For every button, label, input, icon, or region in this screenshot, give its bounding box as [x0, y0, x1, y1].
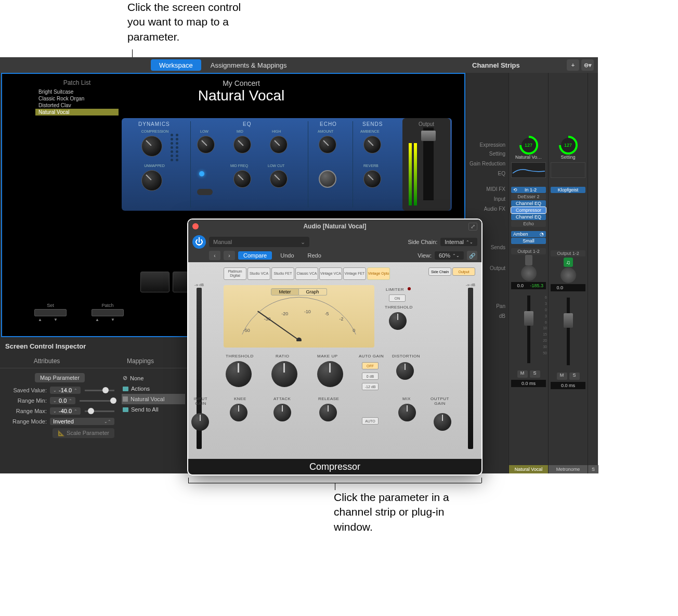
model-tab-active[interactable]: Vintage Opto [367, 267, 390, 280]
next-button[interactable]: › [224, 251, 235, 260]
mapping-actions[interactable]: Actions [122, 383, 185, 394]
fader-thumb[interactable] [564, 313, 573, 328]
mix-knob[interactable] [398, 404, 416, 421]
knob-unmapped[interactable] [141, 170, 162, 191]
range-mode-select[interactable]: Inverted⌄⌃ [50, 418, 114, 425]
patch-button[interactable] [92, 309, 124, 316]
power-button[interactable]: ⏻ [192, 235, 206, 249]
range-max-slider[interactable] [85, 410, 114, 412]
mute-button[interactable]: M [517, 370, 528, 378]
autogain-off-button[interactable]: OFF [362, 362, 379, 369]
map-parameter-button[interactable]: Map Parameter [35, 373, 85, 382]
tab-assignments[interactable]: Assignments & Mappings [202, 59, 295, 71]
pan-knob[interactable] [560, 267, 576, 283]
output-fader-thumb[interactable] [421, 131, 436, 141]
range-max-stepper[interactable]: ⌄-40.0⌃ [50, 407, 81, 415]
prev-button[interactable]: ‹ [209, 251, 220, 260]
model-tab[interactable]: Vintage FET [343, 267, 366, 280]
add-strip-button[interactable]: + [567, 59, 579, 71]
knob-lowcut[interactable] [270, 170, 288, 188]
attack-knob[interactable] [273, 404, 291, 421]
strip-footer[interactable]: Natural Vocal [509, 465, 548, 473]
model-tab[interactable]: Studio VCA [247, 267, 270, 280]
patch-item[interactable]: Bright Suitcase [35, 88, 119, 95]
meter-tab[interactable]: Meter [271, 288, 298, 296]
send-slot[interactable]: Amben◔ [511, 231, 546, 237]
set-arrows-icon[interactable]: ▲ ▼ [38, 317, 63, 322]
knob-high[interactable] [270, 136, 288, 153]
knob-amount[interactable] [319, 136, 336, 153]
output-slot[interactable]: Output 1-2 [511, 248, 546, 254]
solo-button[interactable]: S [530, 370, 540, 378]
transport-button[interactable] [140, 272, 170, 292]
saved-value-slider[interactable] [85, 390, 114, 391]
fx-slot[interactable]: Echo [511, 221, 546, 227]
output-slot[interactable]: Output 1-2 [551, 250, 585, 256]
knob-mid[interactable] [233, 136, 251, 153]
sidechain-select[interactable]: Internal⌃⌄ [440, 238, 477, 246]
solo-button[interactable]: S [569, 373, 580, 380]
fader-thumb[interactable] [524, 311, 533, 326]
patch-item[interactable]: Distorted Clav [35, 102, 119, 109]
range-min-stepper[interactable]: ⌄0.0⌃ [50, 397, 75, 404]
limiter-on-button[interactable]: ON [389, 294, 406, 302]
fx-slot[interactable]: DeEsser 2 [511, 194, 546, 200]
knee-knob[interactable] [230, 404, 247, 421]
input-slot[interactable]: ⟲ In 1-2 [511, 187, 546, 193]
threshold-knob[interactable] [226, 361, 252, 387]
redo-button[interactable]: Redo [303, 251, 327, 260]
undo-button[interactable]: Undo [275, 251, 299, 260]
mute-button[interactable]: M [557, 373, 567, 380]
release-knob[interactable] [319, 404, 337, 421]
send-slot[interactable]: Small [511, 238, 546, 244]
auto-release-button[interactable]: AUTO [362, 417, 379, 425]
output-gain-knob[interactable] [434, 413, 451, 431]
scale-parameter-button[interactable]: 📐 Scale Parameter [53, 428, 114, 438]
mapping-send-to-all[interactable]: Send to All [122, 404, 185, 415]
model-tab[interactable]: Vintage VCA [319, 267, 342, 280]
expand-icon[interactable]: ⤢ [468, 223, 477, 230]
tab-workspace[interactable]: Workspace [151, 59, 201, 71]
view-select[interactable]: 60%⌃⌄ [435, 251, 464, 260]
plugin-titlebar[interactable]: Audio [Natural Vocal] ⤢ [188, 220, 481, 233]
distortion-knob[interactable] [396, 362, 414, 380]
fx-slot-selected[interactable]: Compressor [511, 207, 546, 213]
autogain-12db-button[interactable]: -12 dB [362, 383, 379, 390]
io-tab-output[interactable]: Output [452, 267, 475, 276]
fader-track[interactable] [527, 296, 530, 363]
io-tab-sidechain[interactable]: Side Chain [428, 267, 451, 276]
strip-footer[interactable]: Metronome [549, 465, 588, 473]
ratio-knob[interactable] [271, 361, 297, 387]
model-tab[interactable]: Studio FET [271, 267, 294, 280]
patch-arrows-icon[interactable]: ▲ ▼ [95, 317, 120, 322]
mapping-none[interactable]: ⊘None [122, 373, 185, 383]
pan-knob[interactable] [521, 265, 537, 281]
knob-midfreq[interactable] [233, 170, 251, 188]
eq-thumbnail[interactable] [551, 162, 585, 178]
compare-button[interactable]: Compare [238, 251, 272, 260]
knob-low[interactable] [197, 136, 215, 153]
fader-track[interactable] [567, 298, 570, 365]
fx-slot[interactable]: Channel EQ [511, 200, 546, 207]
knob-reverb[interactable] [363, 170, 381, 188]
limiter-threshold-knob[interactable] [389, 312, 407, 330]
model-tab[interactable]: Classic VCA [295, 267, 318, 280]
tab-attributes[interactable]: Attributes [0, 354, 94, 368]
knob-ambience[interactable] [363, 136, 381, 153]
input-slot[interactable]: Klopfgeist [551, 187, 585, 193]
fx-slot[interactable]: Channel EQ [511, 214, 546, 220]
expression-knob[interactable]: 127 [519, 136, 538, 155]
graph-tab[interactable]: Graph [299, 288, 327, 296]
saved-value-stepper[interactable]: ⌄-14.0⌃ [50, 387, 81, 394]
preset-select[interactable]: Manual⌄ [209, 237, 309, 247]
link-button[interactable]: 🔗 [467, 251, 477, 260]
model-tab[interactable]: Platinum Digital [224, 267, 246, 280]
mapping-natural-vocal[interactable]: Natural Vocal [122, 394, 185, 404]
set-button[interactable] [34, 309, 67, 316]
autogain-0db-button[interactable]: 0 dB [362, 373, 379, 380]
strip-options-button[interactable]: ⊖▾ [581, 59, 594, 71]
eq-thumbnail[interactable] [511, 162, 546, 178]
input-gain-knob[interactable] [191, 413, 209, 431]
tab-mappings[interactable]: Mappings [94, 354, 187, 368]
expression-knob[interactable]: 127 [559, 136, 578, 155]
